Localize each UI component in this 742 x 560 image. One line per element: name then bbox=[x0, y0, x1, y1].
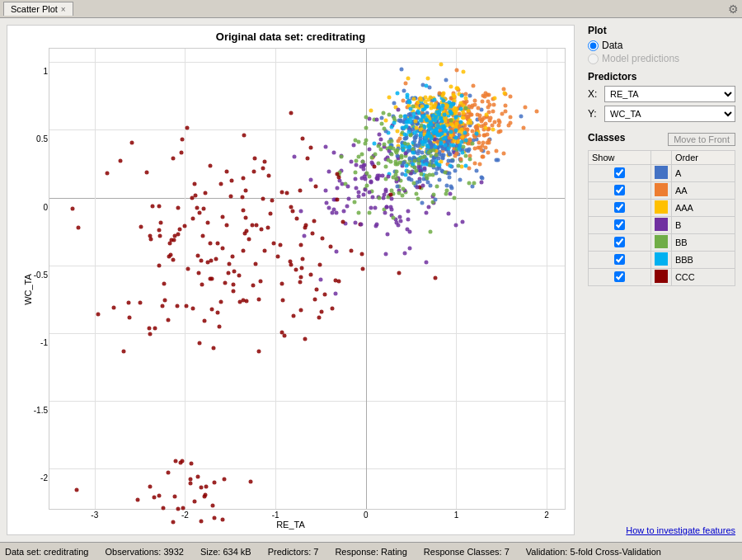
scatter-dot bbox=[406, 209, 410, 213]
scatter-dot bbox=[188, 481, 192, 485]
class-show-cell[interactable] bbox=[589, 200, 651, 217]
howto-link[interactable]: How to investigate features bbox=[588, 525, 735, 535]
scatter-dot bbox=[298, 275, 303, 280]
scatter-dot bbox=[305, 157, 309, 161]
move-to-front-button[interactable]: Move to Front bbox=[668, 133, 735, 146]
class-checkbox[interactable] bbox=[614, 254, 625, 265]
scatter-dot bbox=[447, 175, 451, 179]
y-tick-label: 1 bbox=[43, 67, 48, 76]
scatter-dot bbox=[321, 236, 325, 240]
scatter-dot bbox=[330, 306, 334, 310]
scatter-dot bbox=[300, 266, 304, 270]
scatter-dot bbox=[354, 158, 358, 162]
scatter-dot bbox=[326, 170, 331, 174]
scatter-dot bbox=[162, 281, 166, 285]
table-row: BBB bbox=[589, 252, 735, 269]
order-col-header: Order bbox=[671, 151, 735, 165]
scatter-dot bbox=[152, 496, 156, 500]
scatter-dot bbox=[420, 139, 425, 144]
scatter-dot bbox=[478, 162, 482, 166]
scatter-dot bbox=[329, 244, 333, 248]
class-checkbox[interactable] bbox=[614, 202, 625, 213]
scatter-dot bbox=[241, 249, 245, 253]
gear-icon[interactable]: ⚙ bbox=[728, 2, 739, 16]
scatter-dot bbox=[185, 304, 189, 308]
scatter-dot bbox=[218, 325, 222, 329]
class-checkbox[interactable] bbox=[614, 237, 625, 247]
scatter-dot bbox=[486, 105, 490, 109]
scatter-dot bbox=[374, 117, 378, 121]
table-row: BB bbox=[589, 234, 735, 252]
scatter-dot bbox=[383, 187, 387, 191]
scatter-dot bbox=[126, 301, 130, 305]
scatter-dot bbox=[244, 228, 248, 233]
class-show-cell[interactable] bbox=[589, 252, 651, 269]
class-color-box bbox=[655, 166, 668, 179]
scatter-dot bbox=[469, 112, 473, 116]
scatter-dot bbox=[255, 223, 259, 227]
scatter-dot bbox=[417, 157, 421, 161]
scatter-dot bbox=[210, 276, 214, 280]
scatter-dot bbox=[447, 158, 451, 162]
scatter-dot bbox=[502, 152, 506, 156]
data-radio-item[interactable]: Data bbox=[588, 40, 735, 51]
scatter-dot bbox=[491, 102, 495, 106]
scatter-dot bbox=[396, 107, 400, 111]
scatter-dot bbox=[362, 192, 366, 196]
scatter-dot bbox=[353, 176, 357, 181]
scatter-dot bbox=[367, 175, 371, 179]
scatter-dot bbox=[298, 188, 302, 192]
y-tick-label: -2 bbox=[40, 473, 48, 482]
scatter-dot bbox=[331, 207, 336, 211]
scatter-dot bbox=[149, 238, 153, 242]
scatter-dot bbox=[232, 270, 237, 274]
scatter-dot bbox=[237, 274, 241, 278]
scatter-dot bbox=[378, 195, 382, 200]
x-predictor-select[interactable]: RE_TA bbox=[604, 86, 735, 102]
scatter-dot bbox=[449, 130, 453, 134]
y-predictor-row: Y: WC_TA bbox=[588, 106, 735, 122]
y-predictor-select[interactable]: WC_TA bbox=[604, 106, 735, 122]
scatter-dot bbox=[402, 136, 406, 140]
scatter-dot bbox=[425, 210, 429, 214]
class-color-cell bbox=[650, 165, 671, 182]
class-show-cell[interactable] bbox=[589, 217, 651, 234]
model-radio-item[interactable]: Model predictions bbox=[588, 53, 735, 64]
scatter-dot bbox=[486, 150, 491, 154]
class-checkbox[interactable] bbox=[614, 185, 625, 195]
scatter-dot bbox=[330, 211, 334, 215]
scatter-dot bbox=[105, 171, 109, 175]
scatter-dot bbox=[303, 224, 308, 228]
model-radio[interactable] bbox=[588, 54, 599, 64]
class-show-cell[interactable] bbox=[589, 234, 651, 252]
scatter-dot bbox=[411, 181, 416, 185]
class-checkbox[interactable] bbox=[614, 219, 625, 230]
class-checkbox[interactable] bbox=[614, 271, 625, 282]
data-radio[interactable] bbox=[588, 40, 599, 51]
scatter-dot bbox=[336, 186, 340, 191]
scatter-dot bbox=[219, 300, 223, 304]
scatter-dot bbox=[342, 209, 346, 214]
scatter-dot bbox=[163, 299, 167, 303]
scatter-dot bbox=[356, 154, 360, 158]
scatter-dot bbox=[118, 158, 122, 162]
scatter-dot bbox=[485, 113, 489, 117]
class-checkbox[interactable] bbox=[614, 167, 625, 178]
scatter-dot bbox=[397, 271, 401, 275]
scatter-dot bbox=[208, 163, 212, 167]
scatter-dot bbox=[262, 159, 266, 163]
scatter-dot bbox=[176, 506, 181, 511]
scatter-dot bbox=[420, 172, 424, 176]
class-show-cell[interactable] bbox=[589, 165, 651, 182]
class-color-box bbox=[655, 200, 668, 214]
class-name-cell: B bbox=[671, 217, 735, 234]
scatter-dot bbox=[423, 125, 427, 129]
scatter-dot bbox=[168, 253, 172, 257]
tab-close-button[interactable]: × bbox=[61, 5, 66, 14]
class-show-cell[interactable] bbox=[589, 269, 651, 286]
scatter-dot bbox=[462, 70, 466, 74]
scatter-dot bbox=[411, 151, 416, 155]
scatter-dot bbox=[388, 205, 392, 209]
scatter-plot-tab[interactable]: Scatter Plot × bbox=[3, 2, 73, 16]
class-show-cell[interactable] bbox=[589, 182, 651, 200]
